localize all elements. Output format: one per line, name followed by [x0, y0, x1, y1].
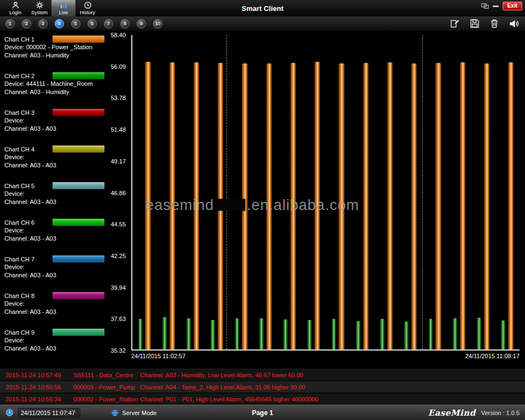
window-controls: Exit	[481, 2, 522, 10]
channel-block-8[interactable]: Chart CH 8Device:Channel: A03 - A03	[4, 291, 107, 316]
minimize-button[interactable]	[493, 5, 499, 7]
bar-ch2[interactable]	[501, 320, 505, 349]
bar-ch2[interactable]	[477, 318, 481, 349]
alarm-message: Channel: A04 - Temp_2, High Level Alarm,…	[140, 384, 525, 390]
bar-ch1[interactable]	[508, 62, 514, 349]
bar-ch1[interactable]	[460, 62, 465, 349]
nav-login[interactable]: Login	[3, 0, 27, 16]
channel-block-4[interactable]: Chart CH 4Device:Channel: A03 - A03	[4, 145, 107, 170]
page-tab-8[interactable]: 8	[120, 19, 130, 28]
page-tab-3[interactable]: 3	[38, 19, 48, 28]
y-axis: 58.4056.0953.7851.4849.1746.8644.5542.25…	[107, 35, 129, 351]
channel-title: Chart CH 5	[4, 183, 52, 189]
exit-button[interactable]: Exit	[503, 2, 522, 10]
server-mode-label: Server Mode	[122, 410, 156, 416]
bar-ch2[interactable]	[380, 319, 384, 349]
channel-block-1[interactable]: Chart CH 1Device: 000002 - Power _Statio…	[4, 35, 107, 60]
bar-ch2[interactable]	[211, 320, 215, 349]
channel-color-swatch	[52, 36, 104, 43]
person-icon	[11, 1, 20, 9]
channel-block-7[interactable]: Chart CH 7Device:Channel: A03 - A03	[4, 255, 107, 279]
nav-system[interactable]: System	[27, 0, 51, 16]
alarm-row-1[interactable]: 2015-11-24 10:57:49SS5111 - Data_CentreC…	[0, 369, 525, 381]
edit-button[interactable]	[450, 18, 460, 29]
bar-ch2[interactable]	[332, 319, 336, 349]
window-title: Smart Client	[242, 4, 284, 13]
trash-icon[interactable]	[489, 18, 500, 29]
clock-status-icon	[5, 409, 14, 417]
channel-block-5[interactable]: Chart CH 5Device:Channel: A03 - A03	[4, 182, 107, 206]
channel-title: Chart CH 4	[4, 146, 52, 153]
channel-device: Device:	[4, 336, 107, 345]
y-tick-label: 37.63	[110, 316, 126, 322]
x-axis-labels: 24/11/2015 11:02:57 24/11/2015 11:08:17	[131, 353, 520, 359]
gear-icon	[36, 1, 44, 9]
channel-channel: Channel: A03 - A03	[4, 125, 107, 133]
speaker-icon[interactable]	[509, 18, 520, 29]
bar-ch1[interactable]	[411, 63, 417, 349]
channel-title: Chart CH 1	[4, 36, 52, 43]
bar-ch2[interactable]	[356, 321, 360, 349]
channel-block-6[interactable]: Chart CH 6Device:Channel: A03 - A03	[4, 218, 107, 243]
channel-channel: Channel: A03 - Humidity	[4, 51, 107, 60]
y-tick-label: 58.40	[110, 32, 126, 38]
time-gridline	[422, 35, 423, 349]
page-tab-2[interactable]: 2	[22, 19, 31, 28]
nav-live[interactable]: Live	[51, 0, 75, 16]
chart-region: 58.4056.0953.7851.4849.1746.8644.5542.25…	[107, 31, 525, 369]
bar-ch2[interactable]	[404, 322, 409, 349]
status-bar: 24/11/2015 11:07:47 Server Mode Page 1 E…	[0, 405, 525, 420]
page-tab-5[interactable]: 5	[71, 19, 80, 28]
y-tick-label: 35.32	[110, 347, 126, 354]
page-tab-9[interactable]: 9	[137, 19, 146, 28]
y-tick-label: 46.86	[110, 190, 126, 196]
x-end-time-label: 24/11/2015 11:08:17	[465, 353, 520, 359]
brand-logo: EaseMind	[428, 408, 476, 418]
bar-ch2[interactable]	[162, 317, 167, 349]
channel-title: Chart CH 9	[4, 329, 52, 336]
y-tick-label: 56.09	[110, 63, 126, 70]
channel-title: Chart CH 7	[4, 256, 52, 262]
globe-icon	[111, 409, 119, 417]
alarm-row-3[interactable]: 2015-11-24 10:56:34000002 - Power_Statio…	[0, 393, 525, 405]
bar-ch2[interactable]	[453, 318, 457, 349]
page-tab-6[interactable]: 6	[88, 19, 97, 28]
version-label: Version : 1.0.5	[481, 410, 520, 416]
bar-ch2[interactable]	[429, 319, 433, 349]
page-tab-4[interactable]: 4	[55, 19, 64, 28]
y-tick-label: 39.94	[110, 284, 126, 291]
channel-block-9[interactable]: Chart CH 9Device:Channel: A03 - A03	[4, 328, 107, 353]
alarm-row-2[interactable]: 2015-11-24 10:55:56000003 - Power_PumpCh…	[0, 381, 525, 393]
nav-live-label: Live	[59, 10, 68, 15]
bar-ch1[interactable]	[435, 63, 441, 349]
bar-ch2[interactable]	[235, 318, 240, 349]
bar-ch1[interactable]	[363, 63, 369, 349]
channel-device: Device:	[4, 190, 107, 198]
main-nav: Login System	[0, 0, 100, 16]
clock-icon	[84, 1, 92, 9]
channel-channel: Channel: A03 - A03	[4, 345, 107, 353]
tab-row: 12345678910	[0, 16, 525, 31]
bar-ch2[interactable]	[138, 319, 143, 349]
server-mode-group: Server Mode	[111, 409, 156, 417]
page-tab-10[interactable]: 10	[153, 19, 162, 28]
nav-history-label: History	[80, 10, 95, 15]
bar-ch2[interactable]	[186, 318, 191, 349]
nav-history[interactable]: History	[75, 0, 100, 16]
y-tick-label: 42.25	[110, 253, 126, 259]
save-icon[interactable]	[469, 18, 480, 29]
bar-ch2[interactable]	[307, 320, 312, 349]
channel-block-3[interactable]: Chart CH 3Device:Channel: A03 - A03	[4, 108, 107, 133]
channel-block-2[interactable]: Chart CH 2Device: 444111 - Machine_RoomC…	[4, 72, 107, 96]
x-start-time-label: 24/11/2015 11:02:57	[131, 353, 185, 359]
alarm-device: 000003 - Power_Pump	[73, 384, 140, 390]
channel-channel: Channel: A03 - A03	[4, 271, 107, 279]
page-tab-7[interactable]: 7	[104, 19, 113, 28]
page-tab-1[interactable]: 1	[5, 19, 15, 28]
bar-ch1[interactable]	[484, 63, 489, 349]
channel-title: Chart CH 8	[4, 293, 52, 299]
switch-view-icon[interactable]	[481, 3, 489, 9]
bar-ch2[interactable]	[259, 318, 264, 349]
bar-ch1[interactable]	[387, 62, 393, 349]
bar-ch2[interactable]	[283, 319, 288, 349]
